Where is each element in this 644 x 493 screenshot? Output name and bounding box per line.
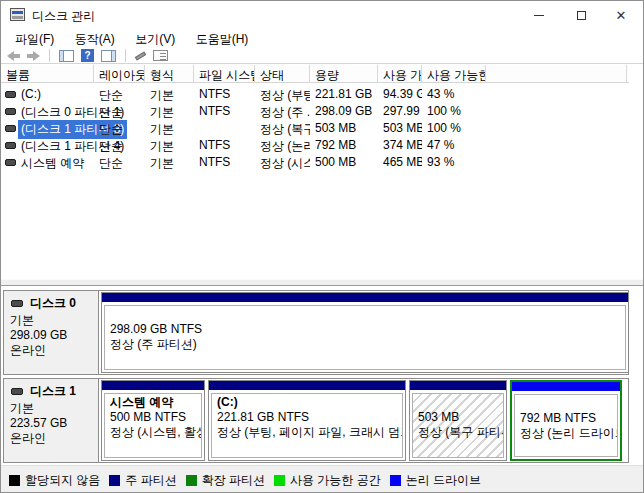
partition-status-line: 정상 (복구 파티션) <box>418 425 498 440</box>
partition-size-line: 500 MB NTFS <box>110 410 196 425</box>
partition-status-line: 정상 (부팅, 페이지 파일, 크래시 덤프, 주 <box>217 425 397 440</box>
volume-cell-capacity: 503 MB <box>315 121 378 135</box>
column-header-7[interactable]: 사용 가능한... <box>422 65 486 83</box>
partition-color-strip <box>102 293 628 302</box>
volume-cell-free: 465 MB <box>383 155 422 169</box>
volume-cell-status: 정상 (시스... <box>260 155 310 172</box>
volume-list-panel: 볼륨레이아웃형식파일 시스템상태용량사용 가...사용 가능한... (C:)단… <box>1 63 643 280</box>
toolbar-separator <box>49 49 50 62</box>
partition-0-0[interactable]: 298.09 GB NTFS정상 (주 파티션) <box>101 292 629 373</box>
close-button[interactable]: ✕ <box>601 1 641 29</box>
disk-name: 디스크 1 <box>10 384 92 399</box>
partition-body: 시스템 예약500 MB NTFS정상 (시스템, 활성, <box>104 393 202 458</box>
volume-cell-layout: 단순 <box>99 121 145 138</box>
volume-cell-fs: NTFS <box>199 104 255 118</box>
column-header-0[interactable]: 볼륨 <box>1 65 94 83</box>
volume-cell-status: 정상 (부팅... <box>260 87 310 104</box>
disk-status: 온라인 <box>10 343 92 358</box>
partition-color-strip <box>410 381 506 390</box>
action-pane-button[interactable] <box>101 48 116 63</box>
legend-color-swatch <box>9 475 20 486</box>
legend-color-swatch <box>109 475 120 486</box>
volume-row[interactable]: (디스크 1 파티션 4)단순기본NTFS정상 (논리...792 MB374 … <box>1 137 629 154</box>
column-header-1[interactable]: 레이아웃 <box>94 65 145 83</box>
title-bar: 디스크 관리 ✕ <box>1 1 643 29</box>
volume-name[interactable]: (C:) <box>18 86 44 102</box>
partition-1-1[interactable]: (C:)221.81 GB NTFS정상 (부팅, 페이지 파일, 크래시 덤프… <box>208 380 406 461</box>
legend-color-swatch <box>390 475 401 486</box>
properties-button[interactable] <box>135 48 146 63</box>
maximize-button[interactable] <box>561 1 601 29</box>
volume-cell-pct_free: 93 % <box>427 155 486 169</box>
volume-cell-capacity: 792 MB <box>315 138 378 152</box>
volume-cell-type: 기본 <box>150 138 194 155</box>
partition-label <box>418 395 498 410</box>
volume-cell-pct_free: 47 % <box>427 138 486 152</box>
volume-row[interactable]: 시스템 예약단순기본NTFS정상 (시스...500 MB465 MB93 % <box>1 154 629 171</box>
volume-cell-layout: 단순 <box>99 104 145 121</box>
console-tree-icon <box>59 50 74 62</box>
volume-cell-pct_free: 100 % <box>427 121 486 135</box>
volume-cell-free: 297.99 ... <box>383 104 422 118</box>
volume-drive-icon <box>5 159 16 166</box>
partition-size-line: 503 MB <box>418 410 498 425</box>
column-header-filler <box>486 65 627 83</box>
menu-bar: 파일(F) 동작(A) 보기(V) 도움말(H) <box>1 29 643 47</box>
disk-header-0[interactable]: 디스크 0기본298.09 GB온라인 <box>4 291 99 374</box>
partition-size-line: 792 MB NTFS <box>520 411 612 426</box>
partition-size-line: 298.09 GB NTFS <box>110 322 620 337</box>
volume-name[interactable]: 시스템 예약 <box>18 154 87 173</box>
partition-color-strip <box>209 381 405 390</box>
volume-cell-layout: 단순 <box>99 155 145 172</box>
disk-status: 온라인 <box>10 431 92 446</box>
column-header-5[interactable]: 용량 <box>310 65 378 83</box>
help-button[interactable]: ? <box>81 48 94 63</box>
close-icon: ✕ <box>616 8 627 23</box>
partition-label <box>110 307 620 322</box>
disk-type: 기본 <box>10 401 92 416</box>
volume-cell-status: 정상 (논리... <box>260 138 310 155</box>
volume-row[interactable]: (디스크 1 파티션 3)단순기본정상 (복구...503 MB503 MB10… <box>1 120 629 137</box>
partition-area: 298.09 GB NTFS정상 (주 파티션) <box>100 291 628 374</box>
legend-item-0: 할당되지 않음 <box>9 472 100 489</box>
partition-1-0[interactable]: 시스템 예약500 MB NTFS정상 (시스템, 활성, <box>101 380 205 461</box>
partition-body: 298.09 GB NTFS정상 (주 파티션) <box>104 305 626 370</box>
volume-row[interactable]: (C:)단순기본NTFS정상 (부팅...221.81 GB94.39 GB43… <box>1 86 629 103</box>
column-header-3[interactable]: 파일 시스템 <box>194 65 255 83</box>
legend-item-1: 주 파티션 <box>109 472 176 489</box>
partition-1-2[interactable]: 503 MB정상 (복구 파티션) <box>409 380 507 461</box>
forward-button[interactable] <box>27 48 40 63</box>
partition-1-3[interactable]: 792 MB NTFS정상 (논리 드라이브 <box>510 380 622 461</box>
disk-header-1[interactable]: 디스크 1기본223.57 GB온라인 <box>4 379 99 462</box>
volume-cell-capacity: 221.81 GB <box>315 87 378 101</box>
partition-body: 792 MB NTFS정상 (논리 드라이브 <box>514 394 618 457</box>
back-arrow-icon <box>7 51 20 61</box>
volume-list-header: 볼륨레이아웃형식파일 시스템상태용량사용 가...사용 가능한... <box>1 65 629 83</box>
volume-cell-layout: 단순 <box>99 87 145 104</box>
volume-cell-free: 503 MB <box>383 121 422 135</box>
column-header-6[interactable]: 사용 가... <box>378 65 422 83</box>
column-header-2[interactable]: 형식 <box>145 65 194 83</box>
volume-cell-pct_free: 43 % <box>427 87 486 101</box>
disk-management-window: 디스크 관리 ✕ 파일(F) 동작(A) 보기(V) 도움말(H) ? 볼륨레이… <box>0 0 644 493</box>
minimize-button[interactable] <box>519 1 559 29</box>
volume-cell-type: 기본 <box>150 104 194 121</box>
partition-label: (C:) <box>217 395 397 410</box>
volume-cell-type: 기본 <box>150 121 194 138</box>
partition-label: 시스템 예약 <box>110 395 196 410</box>
back-button[interactable] <box>7 48 20 63</box>
toolbar: ? <box>1 47 643 64</box>
forward-arrow-icon <box>27 51 40 61</box>
pane-splitter[interactable] <box>1 279 643 286</box>
app-icon <box>10 8 25 21</box>
action-pane-icon <box>101 50 116 62</box>
column-header-4[interactable]: 상태 <box>255 65 310 83</box>
disk-row-1: 디스크 1기본223.57 GB온라인시스템 예약500 MB NTFS정상 (… <box>3 378 629 463</box>
list-view-button[interactable] <box>153 48 168 63</box>
volume-row[interactable]: (디스크 0 파티션 1)단순기본NTFS정상 (주 ...298.09 GB2… <box>1 103 629 120</box>
volume-cell-capacity: 500 MB <box>315 155 378 169</box>
partition-label <box>520 396 612 411</box>
legend-label: 논리 드라이브 <box>406 472 481 489</box>
disk-size: 223.57 GB <box>10 416 92 431</box>
console-tree-button[interactable] <box>59 48 74 63</box>
